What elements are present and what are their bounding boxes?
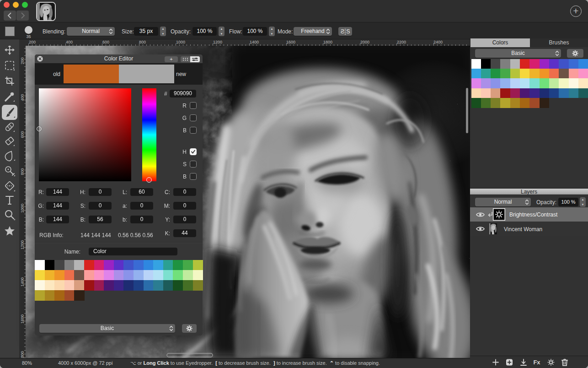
svg-text:S: S: [346, 28, 350, 35]
svg-text:Fx: Fx: [533, 359, 540, 366]
svg-text:S: S: [341, 28, 344, 35]
